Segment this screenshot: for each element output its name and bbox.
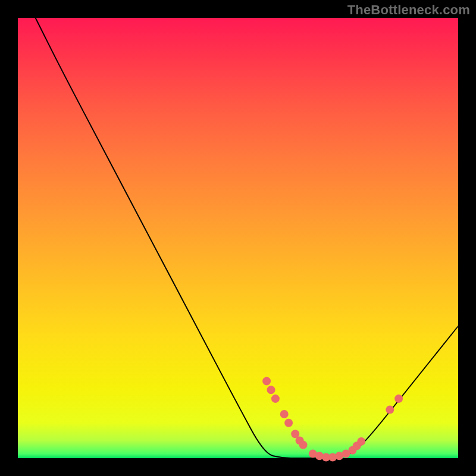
curve-marker bbox=[299, 441, 308, 449]
curve-marker bbox=[280, 410, 289, 418]
curve-marker bbox=[267, 386, 275, 394]
curve-markers bbox=[262, 377, 403, 462]
curve-marker bbox=[357, 437, 365, 446]
curve-marker bbox=[394, 394, 403, 403]
curve-marker bbox=[284, 419, 293, 427]
plot-area bbox=[18, 18, 458, 458]
curve-marker bbox=[386, 406, 394, 414]
curve-marker bbox=[271, 394, 280, 403]
watermark-text: TheBottleneck.com bbox=[347, 2, 470, 18]
chart-frame: TheBottleneck.com bbox=[0, 0, 476, 476]
chart-svg bbox=[18, 18, 458, 458]
bottleneck-curve-line bbox=[36, 18, 458, 458]
curve-marker bbox=[262, 377, 271, 386]
